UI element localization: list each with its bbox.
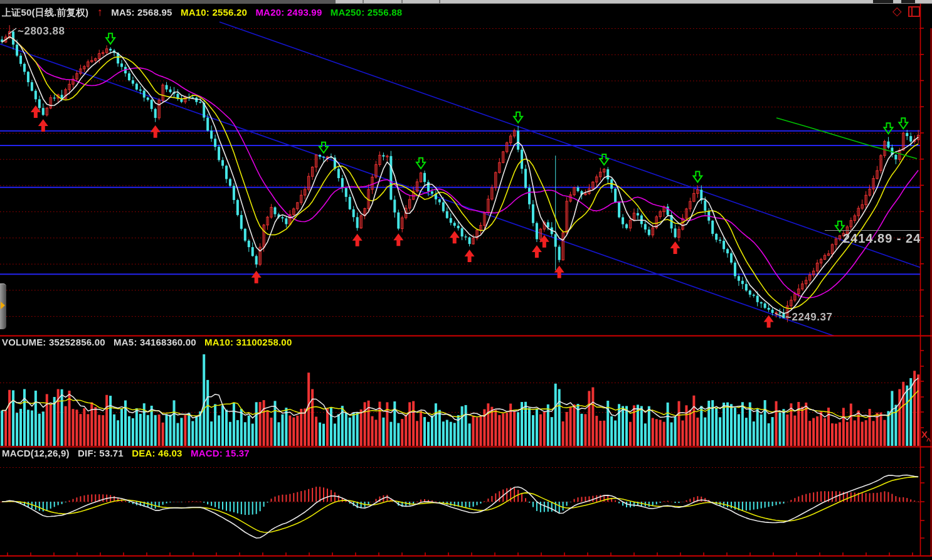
expand-panel-button[interactable]: ^ <box>926 436 931 445</box>
symbol-title: 上证50(日线.前复权) <box>2 7 88 18</box>
main-chart-header: 上证50(日线.前复权) ↑ MA5: 2568.95 MA10: 2556.2… <box>2 6 408 19</box>
macd-name: MACD(12,26,9) <box>2 448 70 458</box>
volume-ma10-value: MA10: 31100258.00 <box>204 337 292 347</box>
diamond-tool-icon[interactable]: ◇ <box>892 4 902 18</box>
price-range-tooltip: 2414.89 - 2418 <box>843 231 920 246</box>
split-window-icon[interactable] <box>908 6 920 17</box>
expand-right-icon <box>1 302 5 309</box>
macd-value: MACD: 15.37 <box>191 448 250 458</box>
ma250-value: MA250: 2556.88 <box>331 7 403 18</box>
sidebar-expand-tab[interactable] <box>0 283 6 329</box>
chart-canvas[interactable] <box>0 0 932 560</box>
volume-header: VOLUME: 35252856.00 MA5: 34168360.00 MA1… <box>2 337 297 347</box>
ma10-value: MA10: 2556.20 <box>181 7 247 18</box>
trading-app-window: 上证50(日线.前复权) ↑ MA5: 2568.95 MA10: 2556.2… <box>0 0 932 560</box>
dea-value: DEA: 46.03 <box>132 448 182 458</box>
ma20-value: MA20: 2493.99 <box>255 7 322 18</box>
volume-ma5-value: MA5: 34168360.00 <box>114 337 196 347</box>
split-window-bar <box>911 8 913 16</box>
buy-signal-arrow-icon: ↑ <box>97 6 103 18</box>
high-price-label: ~2803.88 <box>18 25 65 38</box>
macd-header: MACD(12,26,9) DIF: 53.71 DEA: 46.03 MACD… <box>2 448 255 458</box>
dif-value: DIF: 53.71 <box>78 448 124 458</box>
ma5-value: MA5: 2568.95 <box>111 7 172 18</box>
volume-value: VOLUME: 35252856.00 <box>2 337 105 347</box>
low-price-label: ~2249.37 <box>785 311 832 324</box>
